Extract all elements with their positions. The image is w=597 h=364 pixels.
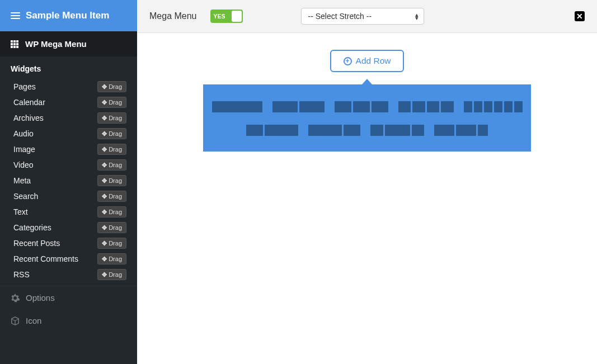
drag-button[interactable]: ✥Drag [97, 112, 126, 124]
close-button[interactable]: ✕ [575, 11, 585, 21]
layout-option[interactable] [398, 101, 454, 112]
add-row-label: Add Row [356, 56, 391, 66]
menu-item-title: Sample Menu Item [26, 10, 109, 21]
plus-circle-icon: + [344, 57, 352, 65]
layout-option[interactable] [212, 101, 262, 112]
drag-button[interactable]: ✥Drag [97, 222, 126, 233]
widget-label: Audio [13, 129, 34, 138]
drag-button[interactable]: ✥Drag [97, 128, 126, 139]
widget-item: Recent Posts✥Drag [0, 235, 137, 251]
app-window: Sample Menu Item WP Mega Menu Widgets Pa… [0, 0, 597, 364]
layout-picker [203, 84, 531, 152]
widget-item: Image✥Drag [0, 141, 137, 157]
move-icon: ✥ [102, 225, 107, 231]
drag-label: Drag [109, 146, 122, 153]
gear-icon [11, 294, 20, 302]
drag-button[interactable]: ✥Drag [97, 159, 126, 171]
sidebar-item-options[interactable]: Options [0, 286, 137, 309]
drag-label: Drag [109, 193, 122, 200]
widget-item: Text✥Drag [0, 204, 137, 220]
widget-label: Archives [13, 114, 44, 122]
drag-button[interactable]: ✥Drag [97, 144, 126, 155]
widget-item: Pages✥Drag [0, 79, 137, 94]
stretch-select-wrap: -- Select Stretch -- ▴▾ [301, 8, 424, 25]
widget-label: Pages [13, 82, 36, 91]
layout-option[interactable] [308, 125, 360, 136]
move-icon: ✥ [102, 115, 107, 121]
sidebar-tab-mega-menu[interactable]: WP Mega Menu [0, 31, 137, 56]
drag-button[interactable]: ✥Drag [97, 253, 126, 264]
drag-label: Drag [109, 99, 122, 106]
widget-label: Recent Posts [13, 239, 60, 248]
layout-option[interactable] [370, 125, 424, 136]
layout-option[interactable] [464, 101, 523, 112]
mega-menu-label: Mega Menu [149, 11, 197, 21]
drag-button[interactable]: ✥Drag [97, 175, 126, 186]
stretch-select[interactable]: -- Select Stretch -- [301, 8, 424, 25]
mega-menu-toggle[interactable]: YES [210, 10, 243, 23]
widgets-heading: Widgets [0, 56, 137, 79]
widget-item: Search✥Drag [0, 188, 137, 204]
sidebar: Sample Menu Item WP Mega Menu Widgets Pa… [0, 0, 137, 364]
widget-item: Archives✥Drag [0, 110, 137, 126]
sidebar-header[interactable]: Sample Menu Item [0, 0, 137, 31]
move-icon: ✥ [102, 178, 107, 184]
close-icon: ✕ [576, 12, 583, 21]
move-icon: ✥ [102, 162, 107, 168]
hamburger-icon [11, 12, 20, 19]
move-icon: ✥ [102, 146, 107, 153]
drag-label: Drag [109, 83, 122, 90]
drag-label: Drag [109, 240, 122, 247]
options-label: Options [26, 293, 55, 302]
drag-button[interactable]: ✥Drag [97, 206, 126, 218]
grid-icon [11, 40, 18, 48]
widget-item: Recent Comments✥Drag [0, 251, 137, 267]
move-icon: ✥ [102, 131, 107, 137]
drag-button[interactable]: ✥Drag [97, 191, 126, 202]
widget-label: Video [13, 160, 34, 169]
drag-button[interactable]: ✥Drag [97, 97, 126, 108]
move-icon: ✥ [102, 100, 107, 106]
widget-label: Image [13, 145, 35, 154]
widget-label: Meta [13, 176, 31, 185]
drag-label: Drag [109, 271, 122, 278]
drag-button[interactable]: ✥Drag [97, 269, 126, 280]
move-icon: ✥ [102, 272, 107, 278]
layout-option[interactable] [434, 125, 488, 136]
toggle-knob [232, 11, 242, 22]
widget-label: Categories [13, 223, 51, 232]
widget-label: Text [13, 207, 28, 216]
sidebar-item-icon[interactable]: Icon [0, 309, 137, 332]
drag-label: Drag [109, 162, 122, 168]
widget-item: Video✥Drag [0, 157, 137, 173]
drag-label: Drag [109, 177, 122, 184]
move-icon: ✥ [102, 240, 107, 247]
sidebar-bottom-nav: Options Icon [0, 286, 137, 332]
move-icon: ✥ [102, 84, 107, 90]
add-row-button[interactable]: + Add Row [330, 50, 405, 72]
move-icon: ✥ [102, 193, 107, 200]
drag-label: Drag [109, 130, 122, 137]
builder-canvas: + Add Row [137, 33, 597, 364]
drag-button[interactable]: ✥Drag [97, 81, 126, 92]
drag-label: Drag [109, 115, 122, 121]
widget-item: Categories✥Drag [0, 220, 137, 235]
widget-label: RSS [13, 270, 30, 279]
widget-list: Pages✥DragCalendar✥DragArchives✥DragAudi… [0, 79, 137, 282]
drag-label: Drag [109, 209, 122, 215]
widget-item: Audio✥Drag [0, 126, 137, 141]
move-icon: ✥ [102, 256, 107, 262]
drag-button[interactable]: ✥Drag [97, 238, 126, 249]
toggle-on-text: YES [214, 13, 226, 20]
toolbar: Mega Menu YES -- Select Stretch -- ▴▾ ✕ [137, 0, 597, 33]
layout-option[interactable] [272, 101, 325, 112]
layout-row [218, 125, 516, 136]
cube-icon [11, 316, 20, 325]
layout-row [218, 101, 516, 112]
dropdown-pointer-icon [362, 79, 372, 84]
mega-menu-title: WP Mega Menu [25, 39, 87, 49]
main-panel: Mega Menu YES -- Select Stretch -- ▴▾ ✕ … [137, 0, 597, 364]
layout-option[interactable] [246, 125, 298, 136]
drag-label: Drag [109, 224, 122, 231]
layout-option[interactable] [335, 101, 388, 112]
